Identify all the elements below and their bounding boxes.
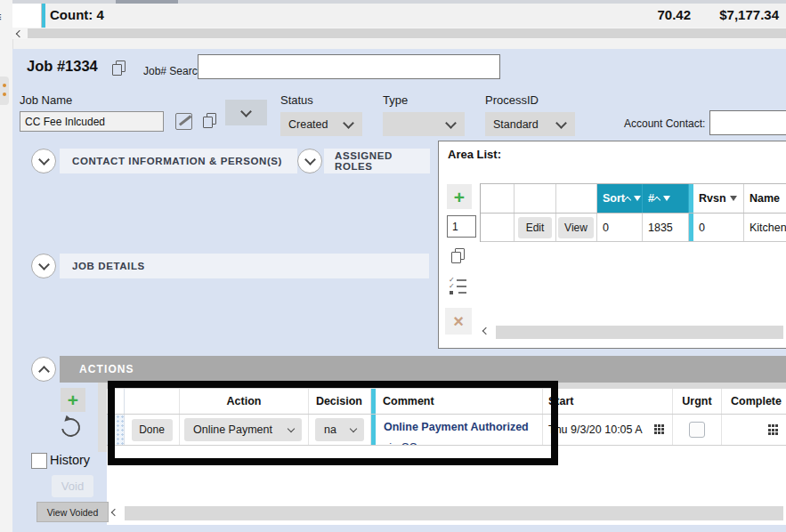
actions-section-toggle[interactable] [31, 357, 56, 382]
type-dropdown[interactable] [383, 112, 465, 136]
scroll-left-icon[interactable] [482, 327, 490, 335]
column-comment[interactable]: Comment [376, 389, 543, 414]
start-cell[interactable]: Thu 9/3/20 10:05 A [543, 415, 673, 445]
column-decision[interactable]: Decision [309, 389, 371, 414]
summary-value-hours: 70.42 [657, 7, 691, 22]
details-section-toggle[interactable] [31, 254, 56, 278]
column-rvsn[interactable]: Rvsn [693, 184, 744, 213]
done-cell: Done [125, 415, 180, 445]
actions-grid-top-strip [107, 383, 786, 389]
column-name[interactable]: Name [744, 184, 786, 213]
scroll-left-icon[interactable] [16, 30, 23, 37]
refresh-icon[interactable] [58, 415, 84, 440]
actions-vertical-scrollbar[interactable] [98, 383, 107, 452]
column-sort[interactable]: Sort [597, 184, 643, 213]
sort-cell: 0 [597, 214, 643, 241]
menu-icon[interactable]: ≡ [0, 9, 2, 24]
column-number[interactable]: # [643, 184, 689, 213]
contact-section-toggle[interactable] [31, 149, 56, 173]
job-name-input[interactable] [20, 111, 164, 132]
drag-grip-icon[interactable] [0, 77, 9, 105]
chevron-down-icon [38, 154, 50, 165]
sort-asc-icon [624, 197, 631, 204]
job-name-label: Job Name [20, 93, 72, 107]
summary-hscrollbar-track[interactable] [28, 28, 786, 38]
header-blank [481, 184, 515, 213]
account-contact-label: Account Contact: [624, 117, 705, 130]
area-list-panel: Area List: + 1 ✓✓ × Sort # Rvsn Name [438, 141, 786, 349]
filter-icon[interactable] [634, 196, 641, 201]
filter-icon[interactable] [730, 196, 737, 201]
summary-hscrollbar[interactable] [12, 28, 786, 39]
area-list-row[interactable]: Edit View 0 1835 0 Kitchen [481, 214, 786, 242]
app-window: ≡ Count: 4 70.42 $7,177.34 Job #1334 Job… [0, 0, 786, 532]
chevron-down-icon [350, 424, 357, 431]
delete-area-button[interactable]: × [445, 308, 472, 335]
urgnt-checkbox[interactable] [689, 422, 705, 438]
duplicate-area-icon[interactable] [451, 248, 465, 262]
checklist-icon[interactable]: ✓✓ [449, 277, 466, 296]
row-selector-cell[interactable] [107, 415, 125, 445]
summary-value-total: $7,177.34 [719, 7, 779, 22]
action-cell: Online Payment [180, 415, 309, 445]
actions-hscrollbar[interactable] [125, 506, 783, 520]
roles-section-header[interactable]: ASSIGNED ROLES [324, 149, 430, 173]
processid-value: Standard [485, 118, 557, 131]
area-list-header-row: Sort # Rvsn Name [481, 184, 786, 214]
edit-button[interactable]: Edit [518, 217, 552, 238]
chevron-down-icon [304, 154, 316, 165]
chevron-down-icon [445, 117, 457, 129]
header-blank [556, 184, 597, 213]
job-name-dropdown-button[interactable] [225, 100, 267, 125]
job-search-input[interactable] [198, 54, 500, 79]
add-action-button[interactable]: + [61, 388, 85, 412]
decision-dropdown[interactable]: na [315, 418, 364, 441]
account-contact-input[interactable] [709, 110, 786, 135]
view-button[interactable]: View [558, 217, 594, 238]
void-button[interactable]: Void [52, 475, 93, 497]
processid-dropdown[interactable]: Standard [485, 112, 575, 136]
history-checkbox[interactable] [31, 453, 47, 469]
roles-section-toggle[interactable] [297, 149, 322, 173]
processid-label: ProcessID [485, 93, 539, 107]
comment-cell[interactable]: Online Payment Authorizedvia CC [376, 415, 543, 445]
header-blank [515, 184, 556, 213]
type-label: Type [383, 93, 408, 107]
add-area-button[interactable]: + [447, 184, 472, 209]
date-picker-icon[interactable] [654, 424, 664, 434]
area-row-number[interactable]: 1 [447, 215, 476, 238]
actions-row[interactable]: Done Online Payment na Online Payment Au… [107, 415, 786, 446]
count-label: Count: 4 [50, 7, 104, 22]
filter-icon[interactable] [663, 196, 670, 201]
decision-cell: na [309, 415, 371, 445]
edit-cell: Edit [515, 214, 556, 241]
area-list-hscrollbar[interactable] [496, 326, 783, 339]
column-start[interactable]: Start [543, 389, 673, 414]
urgnt-cell [673, 415, 722, 445]
left-rail: ≡ [0, 0, 13, 532]
summary-row-accent-bar [42, 4, 45, 28]
contact-section-header[interactable]: CONTACT INFORMATION & PERSON(S) [60, 149, 297, 173]
column-complete[interactable]: Complete [722, 389, 786, 414]
actions-section-header[interactable]: ACTIONS [60, 356, 786, 383]
view-voided-button[interactable]: View Voided [36, 502, 109, 522]
copy-name-icon[interactable] [203, 113, 216, 127]
comment-text: Online Payment Authorized [384, 421, 529, 433]
rvsn-cell: 0 [693, 214, 744, 241]
name-cell: Kitchen [744, 214, 786, 241]
column-action[interactable]: Action [180, 389, 309, 414]
actions-grid-area: Action Decision Comment Start Urgnt Comp… [107, 383, 786, 525]
complete-cell[interactable] [722, 415, 786, 445]
details-section-header[interactable]: JOB DETAILS [60, 254, 429, 278]
summary-row-selector-cell[interactable] [12, 4, 42, 28]
chevron-down-icon [555, 117, 567, 129]
done-button[interactable]: Done [132, 419, 173, 441]
status-dropdown[interactable]: Created [280, 112, 362, 136]
area-list-title: Area List: [448, 148, 501, 161]
edit-pencil-icon[interactable] [175, 113, 192, 130]
date-picker-icon[interactable] [768, 424, 778, 434]
view-cell: View [556, 214, 597, 241]
column-urgnt[interactable]: Urgnt [673, 389, 722, 414]
copy-job-icon[interactable] [112, 60, 126, 75]
action-dropdown[interactable]: Online Payment [184, 418, 302, 441]
